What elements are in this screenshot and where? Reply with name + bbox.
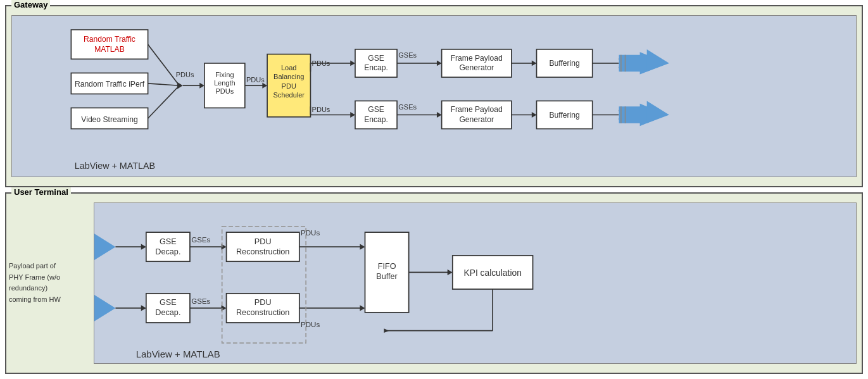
svg-text:GSE: GSE <box>368 54 384 63</box>
main-container: Gateway Random Traffic MATLAB Random Tra… <box>0 0 868 379</box>
gateway-section: Gateway Random Traffic MATLAB Random Tra… <box>5 5 863 187</box>
svg-text:PDUs: PDUs <box>176 71 194 78</box>
svg-marker-86 <box>141 244 146 249</box>
svg-text:Generator: Generator <box>459 115 494 124</box>
svg-marker-10 <box>177 82 183 89</box>
svg-text:GSEs: GSEs <box>398 51 417 59</box>
svg-text:PDU: PDU <box>255 298 272 307</box>
svg-marker-53 <box>437 112 442 118</box>
svg-text:PDUs: PDUs <box>215 87 234 95</box>
svg-marker-112 <box>360 305 365 311</box>
svg-marker-100 <box>360 244 365 249</box>
svg-text:GSEs: GSEs <box>191 236 210 244</box>
gateway-inner: Random Traffic MATLAB Random Traffic iPe… <box>11 15 857 177</box>
svg-text:PDU: PDU <box>255 237 272 245</box>
svg-text:Buffering: Buffering <box>549 111 579 120</box>
svg-marker-69 <box>647 49 669 71</box>
svg-text:Buffer: Buffer <box>376 271 398 280</box>
svg-text:Generator: Generator <box>459 63 494 72</box>
svg-rect-68 <box>619 55 647 71</box>
svg-text:Video Streaming: Video Streaming <box>81 115 137 124</box>
svg-text:FIFO: FIFO <box>378 261 396 270</box>
svg-text:PDU: PDU <box>282 82 296 90</box>
svg-text:Buffering: Buffering <box>549 59 579 68</box>
svg-marker-123 <box>384 328 389 333</box>
svg-text:Random Traffic iPerf: Random Traffic iPerf <box>75 80 145 89</box>
svg-text:Frame Payload: Frame Payload <box>451 54 503 63</box>
svg-marker-13 <box>199 83 204 89</box>
svg-text:PDUs: PDUs <box>312 106 330 113</box>
svg-marker-39 <box>437 61 442 66</box>
svg-marker-82 <box>94 293 115 322</box>
svg-text:Reconstruction: Reconstruction <box>236 247 289 256</box>
svg-text:Reconstruction: Reconstruction <box>236 308 289 317</box>
svg-marker-20 <box>262 83 267 89</box>
svg-marker-78 <box>94 232 115 261</box>
svg-text:Encap.: Encap. <box>364 63 388 72</box>
terminal-inner: GSE Decap. GSEs PDU Reconstruction PDUs <box>94 202 857 364</box>
svg-text:Encap.: Encap. <box>364 115 388 124</box>
terminal-diagram-svg: GSE Decap. GSEs PDU Reconstruction PDUs <box>94 203 856 364</box>
svg-text:Random Traffic: Random Traffic <box>84 35 135 44</box>
svg-text:LabView + MATLAB: LabView + MATLAB <box>75 161 155 171</box>
svg-text:PDUs: PDUs <box>301 320 320 328</box>
svg-text:Length: Length <box>214 79 236 87</box>
svg-line-8 <box>148 84 180 85</box>
terminal-label: User Terminal <box>11 187 71 197</box>
svg-text:GSEs: GSEs <box>398 103 417 111</box>
svg-text:PDUs: PDUs <box>246 76 265 84</box>
svg-text:Frame Payload: Frame Payload <box>451 105 503 114</box>
svg-marker-30 <box>350 61 355 66</box>
svg-marker-88 <box>141 305 146 311</box>
svg-text:GSE: GSE <box>368 105 384 114</box>
svg-line-7 <box>148 44 180 85</box>
svg-text:GSEs: GSEs <box>191 297 210 305</box>
svg-text:Decap.: Decap. <box>155 247 180 256</box>
svg-marker-33 <box>350 112 355 118</box>
gateway-label: Gateway <box>11 0 50 9</box>
svg-text:MATLAB: MATLAB <box>94 45 125 54</box>
svg-marker-118 <box>448 269 453 275</box>
svg-text:Load: Load <box>281 64 297 71</box>
svg-text:Fixing: Fixing <box>215 71 234 78</box>
svg-marker-73 <box>647 101 669 123</box>
svg-marker-44 <box>532 61 537 66</box>
svg-text:PDUs: PDUs <box>301 228 320 236</box>
gateway-diagram-svg: Random Traffic MATLAB Random Traffic iPe… <box>12 16 856 177</box>
svg-text:Balancing: Balancing <box>274 73 304 80</box>
svg-text:LabView + MATLAB: LabView + MATLAB <box>136 349 220 359</box>
svg-text:GSE: GSE <box>160 237 177 245</box>
svg-text:KPI calculation: KPI calculation <box>463 268 521 278</box>
terminal-section: User Terminal Payload part ofPHY Frame (… <box>5 192 863 375</box>
svg-text:Scheduler: Scheduler <box>273 91 305 99</box>
payload-left-label: Payload part ofPHY Frame (w/oredundancy)… <box>9 261 61 305</box>
svg-text:Decap.: Decap. <box>155 308 180 317</box>
svg-marker-58 <box>532 112 537 118</box>
svg-rect-72 <box>619 106 647 123</box>
svg-text:GSE: GSE <box>160 298 177 307</box>
svg-line-9 <box>148 85 180 118</box>
